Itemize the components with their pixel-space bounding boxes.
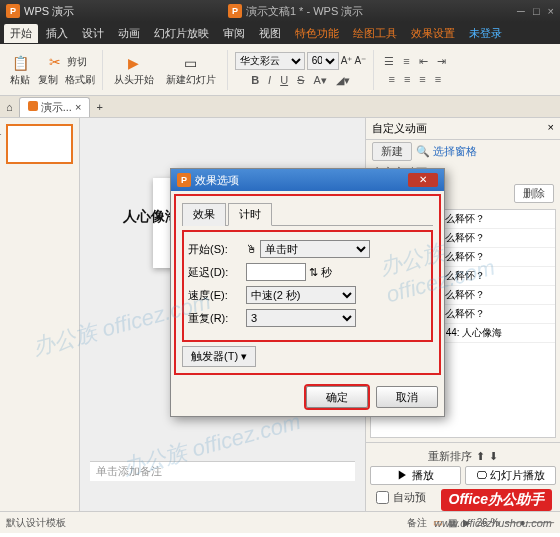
pane-close-icon[interactable]: ×	[548, 121, 554, 136]
align-right-icon[interactable]: ≡	[416, 72, 428, 86]
fontcolor-button[interactable]: A▾	[310, 73, 329, 88]
doc-title-text: 演示文稿1 * - WPS 演示	[246, 4, 363, 19]
start-label: 开始(S):	[188, 242, 246, 257]
copy-button[interactable]: 复制 格式刷	[38, 73, 95, 87]
fontsize-select[interactable]: 60	[307, 52, 339, 70]
url-text: www.officezhushou.com	[434, 517, 552, 529]
align-center-icon[interactable]: ≡	[401, 72, 413, 86]
start-select[interactable]: 单击时	[260, 240, 370, 258]
titlebar: P WPS 演示 P 演示文稿1 * - WPS 演示 ─ □ ×	[0, 0, 560, 22]
menu-view[interactable]: 视图	[253, 24, 287, 43]
reorder-down-icon[interactable]: ⬇	[489, 450, 498, 463]
paste-label: 粘贴	[10, 73, 30, 87]
italic-button[interactable]: I	[265, 73, 274, 88]
shrink-font-icon[interactable]: A⁻	[354, 55, 366, 66]
font-select[interactable]: 华文彩云	[235, 52, 305, 70]
bold-button[interactable]: B	[248, 73, 262, 88]
delay-label: 延迟(D):	[188, 265, 246, 280]
menu-design[interactable]: 设计	[76, 24, 110, 43]
align-left-icon[interactable]: ≡	[385, 72, 397, 86]
menu-review[interactable]: 审阅	[217, 24, 251, 43]
new-button[interactable]: 新建	[372, 142, 412, 161]
app-logo-icon: P	[6, 4, 20, 18]
ok-button[interactable]: 确定	[306, 386, 368, 408]
slideshow-button[interactable]: 🖵 幻灯片播放	[465, 466, 556, 485]
trigger-button[interactable]: 触发器(T) ▾	[182, 346, 256, 367]
doc-icon: P	[228, 4, 242, 18]
close-icon[interactable]: ×	[548, 5, 554, 17]
menu-insert[interactable]: 插入	[40, 24, 74, 43]
slide-thumbnails	[0, 118, 80, 511]
app-name: WPS 演示	[24, 4, 74, 19]
select-pane-link[interactable]: 🔍 选择窗格	[416, 144, 477, 159]
dialog-close-icon[interactable]: ✕	[408, 173, 438, 187]
menu-effectset[interactable]: 效果设置	[405, 24, 461, 43]
menu-drawtools[interactable]: 绘图工具	[347, 24, 403, 43]
mouse-icon: 🖱	[246, 243, 257, 255]
underline-button[interactable]: U	[277, 73, 291, 88]
effect-options-dialog: P 效果选项 ✕ 效果 计时 开始(S):🖱单击时 延迟(D):⇅秒 速度(E)…	[170, 168, 445, 417]
indent-dec-icon[interactable]: ⇤	[416, 54, 431, 69]
grow-font-icon[interactable]: A⁺	[341, 55, 353, 66]
align-justify-icon[interactable]: ≡	[432, 72, 444, 86]
notes-area[interactable]: 单击添加备注	[90, 461, 355, 481]
formatbrush-button[interactable]: 格式刷	[65, 73, 95, 87]
highlight-button[interactable]: ◢▾	[333, 73, 353, 88]
doc-tab[interactable]: 演示... ×	[19, 97, 91, 117]
note-label[interactable]: 备注	[407, 516, 427, 530]
menubar: 开始 插入 设计 动画 幻灯片放映 审阅 视图 特色功能 绘图工具 效果设置 未…	[0, 22, 560, 44]
menu-slideshow[interactable]: 幻灯片放映	[148, 24, 215, 43]
cut-button[interactable]: ✂剪切	[45, 52, 87, 72]
play-button[interactable]: ▶ 播放	[370, 466, 461, 485]
maximize-icon[interactable]: □	[533, 5, 540, 17]
speed-label: 速度(E):	[188, 288, 246, 303]
doc-tabbar: ⌂ 演示... × +	[0, 96, 560, 118]
indent-inc-icon[interactable]: ⇥	[434, 54, 449, 69]
window-controls: ─ □ ×	[517, 5, 554, 17]
dialog-logo-icon: P	[177, 173, 191, 187]
play-icon: ▶	[124, 53, 144, 73]
ribbon: 📋 粘贴 ✂剪切 复制 格式刷 ▶ 从头开始 ▭ 新建幻灯片 华文彩云 60 A…	[0, 44, 560, 96]
cancel-button[interactable]: 取消	[376, 386, 438, 408]
menu-start[interactable]: 开始	[4, 24, 38, 43]
strike-button[interactable]: S	[294, 73, 307, 88]
fromhead-button[interactable]: ▶ 从头开始	[110, 51, 158, 89]
repeat-label: 重复(R):	[188, 311, 246, 326]
delete-button[interactable]: 删除	[514, 184, 554, 203]
minimize-icon[interactable]: ─	[517, 5, 525, 17]
speed-select[interactable]: 中速(2 秒)	[246, 286, 356, 304]
newslide-icon: ▭	[181, 53, 201, 73]
repeat-select[interactable]: 3	[246, 309, 356, 327]
paste-icon: 📋	[10, 53, 30, 73]
numbering-icon[interactable]: ≡	[400, 54, 412, 69]
tab-home-icon[interactable]: ⌂	[6, 101, 13, 113]
brand-badge: Office办公助手	[441, 489, 552, 511]
paste-button[interactable]: 📋 粘贴	[6, 51, 34, 89]
reorder-up-icon[interactable]: ⬆	[476, 450, 485, 463]
spinner-icon[interactable]: ⇅	[309, 266, 318, 279]
reorder-label: 重新排序	[428, 449, 472, 464]
tab-add-icon[interactable]: +	[96, 101, 102, 113]
menu-features[interactable]: 特色功能	[289, 24, 345, 43]
tab-effect[interactable]: 效果	[182, 203, 226, 226]
delay-input[interactable]	[246, 263, 306, 281]
dialog-titlebar[interactable]: P 效果选项 ✕	[171, 169, 444, 191]
template-label: 默认设计模板	[6, 516, 66, 530]
thumbnail-1[interactable]	[6, 124, 73, 164]
doc-title: P 演示文稿1 * - WPS 演示	[228, 4, 363, 19]
cut-icon: ✂	[45, 52, 65, 72]
bullets-icon[interactable]: ☰	[381, 54, 397, 69]
dialog-title: 效果选项	[195, 173, 239, 188]
pane-title: 自定义动画	[372, 121, 427, 136]
newslide-button[interactable]: ▭ 新建幻灯片	[162, 51, 220, 89]
tab-timing[interactable]: 计时	[228, 203, 272, 226]
menu-animation[interactable]: 动画	[112, 24, 146, 43]
menu-login[interactable]: 未登录	[463, 24, 508, 43]
autoplay-checkbox[interactable]	[376, 491, 389, 504]
